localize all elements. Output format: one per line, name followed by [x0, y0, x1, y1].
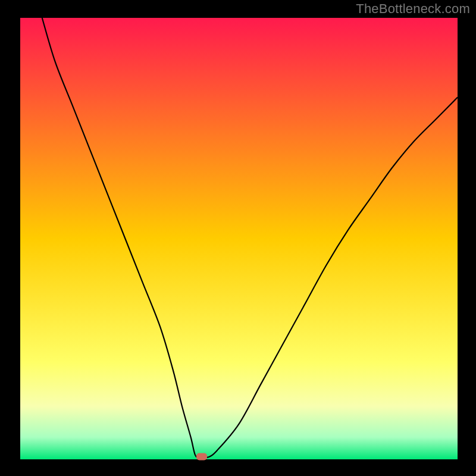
minimum-marker [196, 453, 207, 461]
plot-background [20, 18, 458, 459]
chart-frame: TheBottleneck.com [0, 0, 476, 476]
bottleneck-chart [0, 0, 476, 476]
